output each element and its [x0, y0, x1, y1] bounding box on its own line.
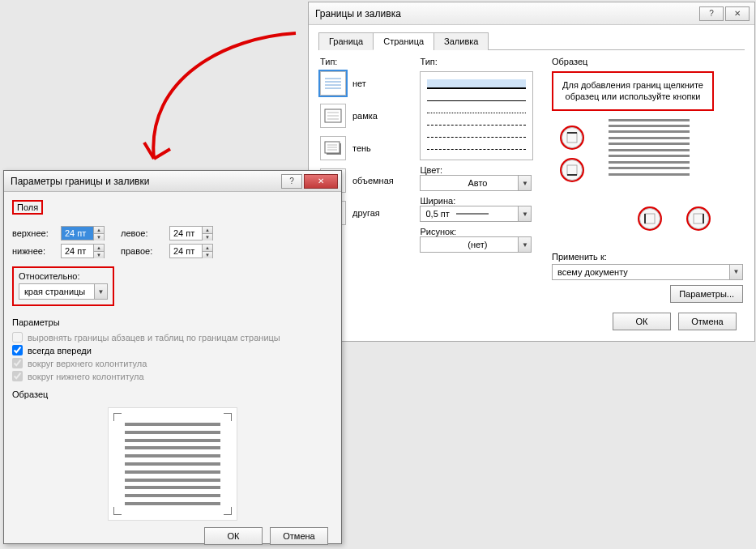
margin-left-label: левое: [121, 228, 164, 238]
color-value: Авто [468, 178, 487, 188]
svg-rect-25 [567, 165, 577, 175]
art-label: Рисунок: [420, 227, 465, 236]
margin-bottom-spin[interactable]: 24 пт ▲▼ [61, 244, 105, 258]
type-box[interactable]: рамка [320, 104, 408, 128]
chevron-down-icon: ▼ [518, 176, 531, 190]
chevron-down-icon: ▼ [729, 265, 742, 279]
margin-bottom-label: нижнее: [12, 246, 56, 256]
tab-page[interactable]: Страница [373, 32, 434, 50]
apply-value: всему документу [557, 267, 628, 277]
margin-top-label: верхнее: [12, 228, 56, 238]
options-title: Параметры границы и заливки [11, 176, 281, 187]
tab-border[interactable]: Граница [318, 32, 374, 50]
preview-hint: Для добавления границ щелкните образец и… [552, 71, 714, 111]
borders-shading-dialog: Границы и заливка ? ✕ Граница Страница З… [308, 2, 755, 342]
chevron-down-icon: ▼ [94, 284, 107, 299]
close-button[interactable]: ✕ [304, 174, 338, 189]
check-around-footer[interactable]: вокруг нижнего колонтитула [12, 371, 333, 381]
preview-label: Образец [552, 57, 743, 66]
relative-label: Относительно: [19, 271, 108, 281]
svg-rect-23 [567, 133, 577, 143]
border-options-dialog: Параметры границы и заливки ? ✕ Поля вер… [3, 170, 342, 544]
options-preview [108, 407, 237, 521]
type-shadow-label: тень [352, 143, 371, 153]
margin-left-spin[interactable]: 24 пт ▲▼ [169, 226, 213, 240]
type-shadow[interactable]: тень [320, 136, 408, 160]
spinner-up-icon[interactable]: ▲ [203, 227, 212, 234]
spinner-up-icon[interactable]: ▲ [94, 227, 104, 234]
check-around-header[interactable]: вокруг верхнего колонтитула [12, 358, 333, 368]
type-custom-label: другая [352, 208, 380, 218]
svg-rect-29 [694, 214, 703, 223]
cancel-button[interactable]: Отмена [270, 527, 328, 545]
type-shadow-icon [320, 136, 346, 160]
type-none-label: нет [352, 79, 366, 88]
margin-right-label: правое: [121, 246, 164, 256]
margin-top-spin[interactable]: 24 пт ▲▼ [61, 226, 105, 240]
spinner-down-icon[interactable]: ▼ [94, 234, 104, 240]
relative-to-combo[interactable]: края страницы ▼ [19, 283, 108, 300]
preview-page-icon [609, 119, 690, 176]
spinner-up-icon[interactable]: ▲ [94, 245, 104, 252]
border-left-button[interactable] [639, 208, 660, 229]
margin-right-spin[interactable]: 24 пт ▲▼ [169, 244, 213, 258]
color-combo[interactable]: Авто ▼ [420, 175, 532, 191]
border-top-button[interactable] [562, 127, 583, 148]
border-bottom-button[interactable] [562, 160, 583, 181]
spinner-down-icon[interactable]: ▼ [203, 234, 212, 240]
help-button[interactable]: ? [699, 6, 724, 21]
options-preview-label: Образец [12, 389, 333, 399]
svg-rect-27 [645, 214, 655, 223]
preview-area [552, 111, 738, 240]
spinner-up-icon[interactable]: ▲ [203, 245, 212, 252]
main-titlebar[interactable]: Границы и заливка ? ✕ [309, 2, 754, 25]
tab-fill[interactable]: Заливка [434, 32, 489, 50]
type-box-label: рамка [352, 111, 378, 121]
spinner-down-icon[interactable]: ▼ [203, 252, 212, 258]
ok-button[interactable]: ОК [613, 313, 671, 330]
type-box-icon [320, 104, 346, 128]
ok-button[interactable]: ОК [204, 527, 263, 545]
width-combo[interactable]: 0,5 пт ▼ [420, 206, 532, 222]
art-value: (нет) [468, 240, 487, 249]
relative-value: края страницы [24, 287, 85, 296]
main-title: Границы и заливка [315, 8, 698, 19]
chevron-down-icon: ▼ [518, 206, 531, 221]
params-group-label: Параметры [12, 317, 333, 327]
chevron-down-icon: ▼ [518, 237, 531, 252]
type-none-icon [320, 71, 346, 96]
type-none[interactable]: нет [320, 71, 408, 96]
art-combo[interactable]: (нет) ▼ [420, 236, 532, 253]
type-3d-label: объемная [352, 176, 394, 185]
spinner-down-icon[interactable]: ▼ [94, 252, 104, 258]
style-label: Тип: [420, 57, 540, 66]
options-titlebar[interactable]: Параметры границы и заливки ? ✕ [4, 171, 341, 192]
check-align-para[interactable]: выровнять границы абзацев и таблиц по гр… [12, 332, 333, 343]
fields-group-label: Поля [12, 200, 43, 215]
check-always-front[interactable]: всегда впереди [12, 345, 333, 355]
width-value: 0,5 пт [425, 209, 449, 219]
close-button[interactable]: ✕ [725, 6, 750, 21]
help-button[interactable]: ? [281, 174, 302, 189]
parameters-button[interactable]: Параметры... [670, 285, 743, 303]
width-label: Ширина: [420, 196, 465, 206]
line-style-list[interactable] [420, 71, 533, 160]
apply-to-combo[interactable]: всему документу ▼ [552, 264, 743, 280]
tab-strip: Граница Страница Заливка [318, 32, 745, 50]
apply-label: Применить к: [552, 252, 743, 262]
type-label: Тип: [320, 57, 408, 66]
color-label: Цвет: [420, 165, 465, 175]
cancel-button[interactable]: Отмена [678, 313, 737, 330]
border-right-button[interactable] [688, 208, 709, 229]
